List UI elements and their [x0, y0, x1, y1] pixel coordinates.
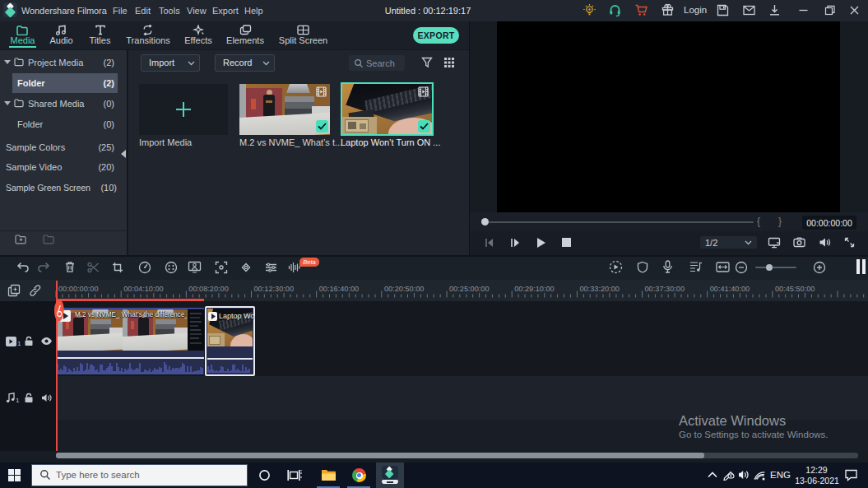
svg-text:00:12:30:00: 00:12:30:00	[254, 285, 295, 293]
svg-text:00:04:10:00: 00:04:10:00	[123, 285, 164, 293]
svg-text:1: 1	[16, 397, 20, 403]
svg-text:00:20:50:00: 00:20:50:00	[384, 285, 425, 293]
svg-text:00:41:40:00: 00:41:40:00	[710, 285, 750, 293]
svg-text:00:16:40:00: 00:16:40:00	[319, 285, 360, 293]
svg-text:1: 1	[17, 340, 21, 347]
svg-text:00:29:10:00: 00:29:10:00	[514, 285, 555, 293]
svg-text:00:25:00:00: 00:25:00:00	[449, 285, 490, 293]
svg-text:00:33:20:00: 00:33:20:00	[579, 285, 620, 293]
svg-text:00:00:00:00: 00:00:00:00	[58, 285, 99, 293]
svg-text:00:45:50:00: 00:45:50:00	[775, 285, 815, 293]
svg-text:00:08:20:00: 00:08:20:00	[188, 285, 229, 293]
svg-text:00:37:30:00: 00:37:30:00	[645, 285, 685, 293]
